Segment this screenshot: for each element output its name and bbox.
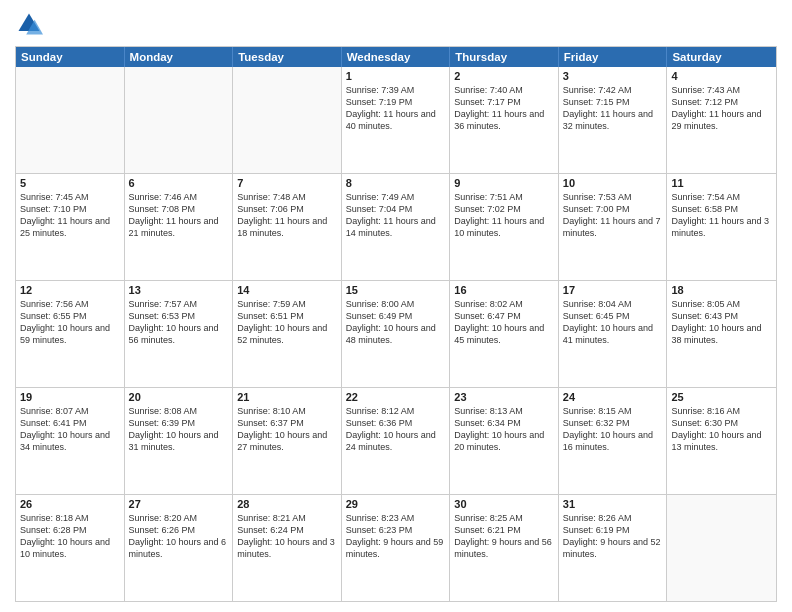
day-number: 26 (20, 498, 120, 510)
day-number: 25 (671, 391, 772, 403)
cell-info: Sunrise: 8:10 AMSunset: 6:37 PMDaylight:… (237, 405, 337, 454)
day-number: 12 (20, 284, 120, 296)
header-day-saturday: Saturday (667, 47, 776, 67)
cell-info: Sunrise: 8:16 AMSunset: 6:30 PMDaylight:… (671, 405, 772, 454)
cell-info: Sunrise: 7:39 AMSunset: 7:19 PMDaylight:… (346, 84, 446, 133)
calendar-cell-1-0: 5Sunrise: 7:45 AMSunset: 7:10 PMDaylight… (16, 174, 125, 280)
calendar-cell-3-6: 25Sunrise: 8:16 AMSunset: 6:30 PMDayligh… (667, 388, 776, 494)
calendar-cell-1-3: 8Sunrise: 7:49 AMSunset: 7:04 PMDaylight… (342, 174, 451, 280)
header-day-wednesday: Wednesday (342, 47, 451, 67)
cell-info: Sunrise: 8:21 AMSunset: 6:24 PMDaylight:… (237, 512, 337, 561)
day-number: 6 (129, 177, 229, 189)
day-number: 28 (237, 498, 337, 510)
header-day-sunday: Sunday (16, 47, 125, 67)
cell-info: Sunrise: 8:07 AMSunset: 6:41 PMDaylight:… (20, 405, 120, 454)
cell-info: Sunrise: 7:45 AMSunset: 7:10 PMDaylight:… (20, 191, 120, 240)
calendar-cell-2-6: 18Sunrise: 8:05 AMSunset: 6:43 PMDayligh… (667, 281, 776, 387)
cell-info: Sunrise: 8:12 AMSunset: 6:36 PMDaylight:… (346, 405, 446, 454)
calendar-cell-3-4: 23Sunrise: 8:13 AMSunset: 6:34 PMDayligh… (450, 388, 559, 494)
cell-info: Sunrise: 7:40 AMSunset: 7:17 PMDaylight:… (454, 84, 554, 133)
cell-info: Sunrise: 7:48 AMSunset: 7:06 PMDaylight:… (237, 191, 337, 240)
cell-info: Sunrise: 8:08 AMSunset: 6:39 PMDaylight:… (129, 405, 229, 454)
day-number: 13 (129, 284, 229, 296)
cell-info: Sunrise: 7:56 AMSunset: 6:55 PMDaylight:… (20, 298, 120, 347)
calendar-cell-0-1 (125, 67, 234, 173)
calendar-row-4: 26Sunrise: 8:18 AMSunset: 6:28 PMDayligh… (16, 495, 776, 601)
cell-info: Sunrise: 7:43 AMSunset: 7:12 PMDaylight:… (671, 84, 772, 133)
header-day-tuesday: Tuesday (233, 47, 342, 67)
calendar-cell-1-4: 9Sunrise: 7:51 AMSunset: 7:02 PMDaylight… (450, 174, 559, 280)
calendar-cell-2-2: 14Sunrise: 7:59 AMSunset: 6:51 PMDayligh… (233, 281, 342, 387)
day-number: 16 (454, 284, 554, 296)
cell-info: Sunrise: 7:49 AMSunset: 7:04 PMDaylight:… (346, 191, 446, 240)
cell-info: Sunrise: 8:00 AMSunset: 6:49 PMDaylight:… (346, 298, 446, 347)
day-number: 15 (346, 284, 446, 296)
calendar-cell-4-6 (667, 495, 776, 601)
calendar-cell-2-0: 12Sunrise: 7:56 AMSunset: 6:55 PMDayligh… (16, 281, 125, 387)
cell-info: Sunrise: 8:04 AMSunset: 6:45 PMDaylight:… (563, 298, 663, 347)
cell-info: Sunrise: 8:15 AMSunset: 6:32 PMDaylight:… (563, 405, 663, 454)
calendar-cell-0-6: 4Sunrise: 7:43 AMSunset: 7:12 PMDaylight… (667, 67, 776, 173)
day-number: 21 (237, 391, 337, 403)
calendar-cell-2-4: 16Sunrise: 8:02 AMSunset: 6:47 PMDayligh… (450, 281, 559, 387)
calendar-cell-2-1: 13Sunrise: 7:57 AMSunset: 6:53 PMDayligh… (125, 281, 234, 387)
day-number: 18 (671, 284, 772, 296)
cell-info: Sunrise: 7:59 AMSunset: 6:51 PMDaylight:… (237, 298, 337, 347)
calendar-row-0: 1Sunrise: 7:39 AMSunset: 7:19 PMDaylight… (16, 67, 776, 174)
cell-info: Sunrise: 7:54 AMSunset: 6:58 PMDaylight:… (671, 191, 772, 240)
calendar-cell-3-2: 21Sunrise: 8:10 AMSunset: 6:37 PMDayligh… (233, 388, 342, 494)
day-number: 24 (563, 391, 663, 403)
page: SundayMondayTuesdayWednesdayThursdayFrid… (0, 0, 792, 612)
calendar-cell-0-4: 2Sunrise: 7:40 AMSunset: 7:17 PMDaylight… (450, 67, 559, 173)
day-number: 9 (454, 177, 554, 189)
calendar-cell-4-5: 31Sunrise: 8:26 AMSunset: 6:19 PMDayligh… (559, 495, 668, 601)
day-number: 17 (563, 284, 663, 296)
cell-info: Sunrise: 8:02 AMSunset: 6:47 PMDaylight:… (454, 298, 554, 347)
cell-info: Sunrise: 8:20 AMSunset: 6:26 PMDaylight:… (129, 512, 229, 561)
calendar-cell-4-2: 28Sunrise: 8:21 AMSunset: 6:24 PMDayligh… (233, 495, 342, 601)
day-number: 2 (454, 70, 554, 82)
calendar-cell-3-5: 24Sunrise: 8:15 AMSunset: 6:32 PMDayligh… (559, 388, 668, 494)
day-number: 19 (20, 391, 120, 403)
calendar-cell-4-4: 30Sunrise: 8:25 AMSunset: 6:21 PMDayligh… (450, 495, 559, 601)
day-number: 20 (129, 391, 229, 403)
calendar-cell-3-3: 22Sunrise: 8:12 AMSunset: 6:36 PMDayligh… (342, 388, 451, 494)
calendar-cell-3-0: 19Sunrise: 8:07 AMSunset: 6:41 PMDayligh… (16, 388, 125, 494)
calendar: SundayMondayTuesdayWednesdayThursdayFrid… (15, 46, 777, 602)
cell-info: Sunrise: 7:46 AMSunset: 7:08 PMDaylight:… (129, 191, 229, 240)
cell-info: Sunrise: 8:05 AMSunset: 6:43 PMDaylight:… (671, 298, 772, 347)
day-number: 27 (129, 498, 229, 510)
cell-info: Sunrise: 8:25 AMSunset: 6:21 PMDaylight:… (454, 512, 554, 561)
day-number: 31 (563, 498, 663, 510)
calendar-cell-0-0 (16, 67, 125, 173)
calendar-row-3: 19Sunrise: 8:07 AMSunset: 6:41 PMDayligh… (16, 388, 776, 495)
cell-info: Sunrise: 7:42 AMSunset: 7:15 PMDaylight:… (563, 84, 663, 133)
cell-info: Sunrise: 7:57 AMSunset: 6:53 PMDaylight:… (129, 298, 229, 347)
day-number: 30 (454, 498, 554, 510)
day-number: 4 (671, 70, 772, 82)
cell-info: Sunrise: 8:26 AMSunset: 6:19 PMDaylight:… (563, 512, 663, 561)
calendar-cell-1-6: 11Sunrise: 7:54 AMSunset: 6:58 PMDayligh… (667, 174, 776, 280)
calendar-row-2: 12Sunrise: 7:56 AMSunset: 6:55 PMDayligh… (16, 281, 776, 388)
calendar-cell-0-5: 3Sunrise: 7:42 AMSunset: 7:15 PMDaylight… (559, 67, 668, 173)
day-number: 5 (20, 177, 120, 189)
calendar-cell-1-2: 7Sunrise: 7:48 AMSunset: 7:06 PMDaylight… (233, 174, 342, 280)
day-number: 8 (346, 177, 446, 189)
day-number: 22 (346, 391, 446, 403)
cell-info: Sunrise: 7:51 AMSunset: 7:02 PMDaylight:… (454, 191, 554, 240)
cell-info: Sunrise: 8:13 AMSunset: 6:34 PMDaylight:… (454, 405, 554, 454)
calendar-cell-4-0: 26Sunrise: 8:18 AMSunset: 6:28 PMDayligh… (16, 495, 125, 601)
calendar-cell-4-1: 27Sunrise: 8:20 AMSunset: 6:26 PMDayligh… (125, 495, 234, 601)
header-day-friday: Friday (559, 47, 668, 67)
day-number: 7 (237, 177, 337, 189)
calendar-cell-2-5: 17Sunrise: 8:04 AMSunset: 6:45 PMDayligh… (559, 281, 668, 387)
calendar-row-1: 5Sunrise: 7:45 AMSunset: 7:10 PMDaylight… (16, 174, 776, 281)
calendar-cell-2-3: 15Sunrise: 8:00 AMSunset: 6:49 PMDayligh… (342, 281, 451, 387)
calendar-header: SundayMondayTuesdayWednesdayThursdayFrid… (16, 47, 776, 67)
day-number: 29 (346, 498, 446, 510)
header-day-thursday: Thursday (450, 47, 559, 67)
cell-info: Sunrise: 7:53 AMSunset: 7:00 PMDaylight:… (563, 191, 663, 240)
day-number: 1 (346, 70, 446, 82)
day-number: 23 (454, 391, 554, 403)
cell-info: Sunrise: 8:18 AMSunset: 6:28 PMDaylight:… (20, 512, 120, 561)
